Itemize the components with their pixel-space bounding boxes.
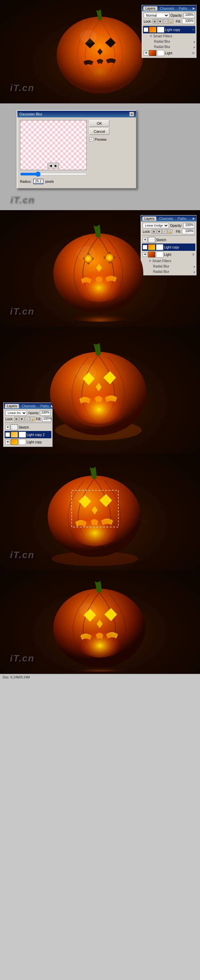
preview-label: Preview [95, 138, 107, 142]
lock-icon-checkerboard[interactable]: ⊞ [153, 19, 157, 24]
lock-icons-2: ⊞ ✥ ∕ 🔒 [152, 229, 172, 234]
svg-point-10 [71, 255, 127, 302]
radial-blur-label-1a: Radial Blur [154, 40, 170, 43]
nav-next[interactable]: ▶ [55, 164, 57, 167]
layer-row-light-copy-1[interactable]: 👁 Light copy ⚙ [143, 26, 195, 33]
radial-blur-label-1b: Radial Blur [154, 45, 170, 49]
panel-close-1[interactable]: ▶ [193, 7, 195, 10]
radial-blur-mode-1b: ℊ [194, 45, 195, 49]
pumpkin-illustration-4 [43, 332, 157, 449]
layer-eye-light-copy2-3[interactable]: 👁 [5, 432, 10, 437]
layer-thumb-light-1 [149, 50, 156, 56]
fill-label-3: Fill: [36, 417, 41, 421]
opacity-label-2: Opacity: [170, 224, 183, 228]
layer-thumb-light-copy3 [11, 439, 18, 445]
fill-label-1: Fill: [176, 20, 181, 23]
smart-filters-icon-1: ⚙ [150, 34, 152, 38]
layer-name-light-copy-2: Light copy [164, 245, 195, 249]
lock-icon-3b[interactable]: ✥ [20, 417, 24, 421]
panel-close-2[interactable]: ▶ [193, 217, 195, 220]
cancel-button[interactable]: Cancel [89, 128, 110, 135]
smart-filters-label-2: Smart Filters [152, 259, 171, 263]
pumpkin-illustration-6 [45, 573, 155, 671]
preview-checkbox[interactable]: ✓ [89, 137, 93, 142]
watermark-2: iT.cn [10, 194, 34, 205]
tab-channels-3[interactable]: Channels [20, 404, 38, 408]
tab-channels-1[interactable]: Channels [158, 6, 176, 11]
tab-paths-1[interactable]: Paths [177, 6, 189, 11]
radius-input[interactable]: 25.2 [33, 179, 43, 184]
pumpkin-illustration-1 [47, 3, 153, 100]
radius-row: Radius: 25.2 pixels [20, 177, 87, 185]
layer-mask-light-copy-2 [156, 244, 163, 250]
svg-point-26 [79, 603, 96, 616]
lock-icon-3a[interactable]: ⊞ [14, 417, 19, 421]
lock-label-1: Lock: [144, 20, 152, 23]
tab-layers-1[interactable]: Layers [143, 6, 157, 11]
fill-input-2[interactable]: 100% [182, 229, 195, 234]
sub-layer-radial-blur-1a: Radial Blur ℊ [143, 39, 195, 44]
radial-blur-label-2b: Radial Blur [153, 270, 169, 274]
lock-icon-3c[interactable]: ∕ [25, 417, 30, 421]
layer-name-light-2: Light [164, 253, 191, 256]
section-1: iT.cn Layers Channels Paths ▶ Normal Opa… [0, 0, 200, 103]
preview-checkbox-row: ✓ Preview [89, 137, 110, 142]
layer-eye-light-1[interactable]: 👁 [144, 51, 148, 56]
ok-button[interactable]: OK [89, 120, 110, 127]
dialog-close-button[interactable]: ✕ [129, 112, 134, 116]
layer-eye-sketch-3[interactable]: 👁 [5, 425, 10, 430]
lock-icons-1: ⊞ ✥ ∕ 🔒 [153, 19, 173, 24]
blend-mode-select-3[interactable]: Linear Dodge (A... [5, 410, 27, 415]
svg-point-22 [73, 488, 92, 503]
layers-panel-titlebar-1: Layers Channels Paths ▶ [142, 5, 196, 11]
radius-label: Radius: [20, 180, 31, 183]
doc-info: Doc: 8.24M/8.24M [3, 675, 30, 679]
opacity-input-2[interactable]: 100% [183, 223, 195, 228]
lock-icon-move[interactable]: ✥ [158, 19, 163, 24]
svg-point-25 [71, 612, 129, 657]
layer-mask-light-copy-1 [157, 27, 164, 33]
lock-icon-2d[interactable]: 🔒 [168, 229, 172, 234]
layer-name-light-1: Light [165, 51, 191, 55]
section-5: iT.cn [0, 453, 200, 570]
panel-tabs-1: Layers Channels Paths [143, 6, 189, 11]
preview-nav: ◀ ▶ [48, 163, 59, 169]
layer-name-sketch-2: Sketch [156, 238, 195, 242]
bottom-status-bar: Doc: 8.24M/8.24M [0, 674, 200, 681]
radius-section: Radius: 25.2 pixels [20, 172, 87, 185]
tab-channels-2[interactable]: Channels [157, 216, 175, 221]
watermark-3: iT.cn [10, 306, 34, 317]
dialog-buttons: OK Cancel ✓ Preview [89, 120, 110, 185]
nav-prev[interactable]: ◀ [49, 164, 52, 167]
blend-mode-select-1[interactable]: Normal [144, 13, 169, 18]
layer-mask-light-copy2-3 [19, 432, 26, 438]
opacity-input-1[interactable]: 100% [184, 13, 195, 18]
svg-point-16 [76, 364, 96, 380]
section-4: iT.cn Layers Channels Paths ▶ Linear Dod… [0, 327, 200, 453]
svg-point-19 [66, 498, 124, 546]
pumpkin-illustration-3 [47, 215, 153, 322]
lock-icon-all[interactable]: 🔒 [169, 19, 173, 24]
tab-layers-3[interactable]: Layers [5, 404, 19, 408]
sub-layer-smart-filters-1: ⚙ Smart Filters [143, 33, 195, 39]
fill-input-1[interactable]: 100% [182, 19, 195, 24]
tab-paths-2[interactable]: Paths [176, 216, 188, 221]
svg-point-11 [77, 246, 95, 261]
layer-eye-light-copy-1[interactable]: 👁 [144, 27, 148, 32]
lock-icon-paint[interactable]: ∕ [163, 19, 168, 24]
lock-icon-3d[interactable]: 🔒 [30, 417, 35, 421]
svg-point-1 [73, 42, 127, 82]
lock-icon-2b[interactable]: ✥ [157, 229, 162, 234]
radial-blur-mode-2b: ℊ [194, 270, 195, 274]
lock-icon-2c[interactable]: ∕ [162, 229, 167, 234]
radius-slider[interactable] [20, 172, 87, 177]
layer-mask-light-copy3 [19, 439, 26, 445]
layer-mask-light-1 [157, 50, 164, 56]
layer-row-light-1[interactable]: 👁 Light ⚙ [143, 49, 195, 57]
layer-thumb-light-copy2-3 [11, 432, 18, 438]
gaussian-blur-dialog: Gaussian Blur ✕ [17, 110, 137, 189]
layer-fx-light-copy-1: ⚙ [192, 28, 195, 31]
opacity-label-1: Opacity: [170, 14, 183, 18]
layer-fx-light-1: ⚙ [192, 51, 195, 55]
layer-eye-light-copy3[interactable]: 👁 [5, 440, 10, 444]
